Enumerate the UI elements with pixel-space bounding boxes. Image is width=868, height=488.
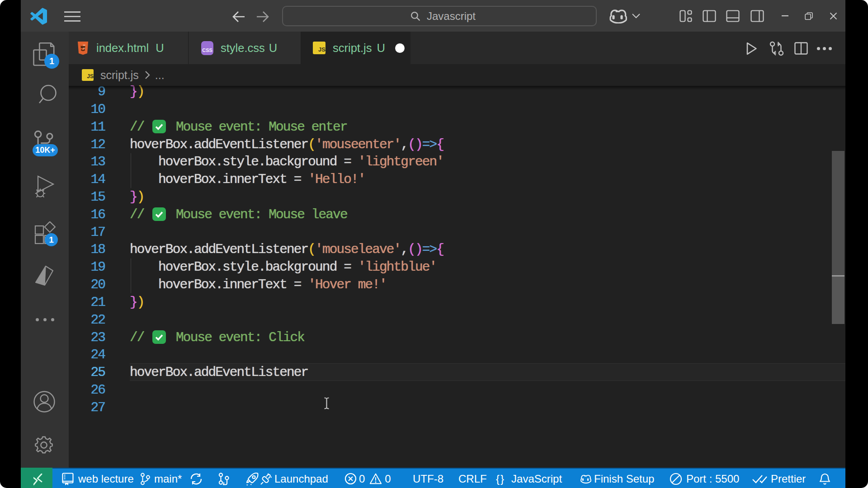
svg-text:JS: JS xyxy=(87,73,94,80)
svg-text:JS: JS xyxy=(318,46,326,53)
svg-text:CSS: CSS xyxy=(202,47,212,53)
